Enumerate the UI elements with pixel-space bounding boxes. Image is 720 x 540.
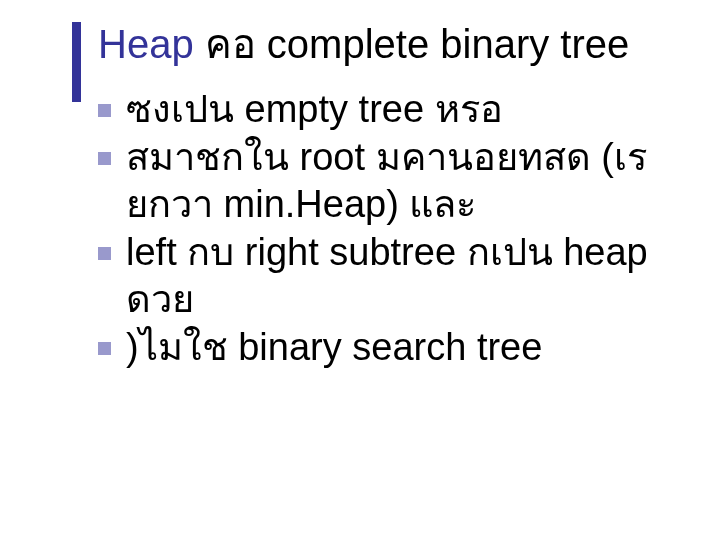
title-rest: คอ complete binary tree: [194, 22, 630, 66]
slide: Heap คอ complete binary tree ซงเปน empty…: [0, 0, 720, 540]
bullet-text: สมาชกใน root มคานอยทสด (เรยกวา min.Heap)…: [126, 136, 647, 226]
title-accent-bar: [72, 22, 81, 102]
bullet-text: left กบ right subtree กเปน heap ดวย: [126, 231, 648, 321]
title-highlight: Heap: [98, 22, 194, 66]
list-item: สมาชกใน root มคานอยทสด (เรยกวา min.Heap)…: [98, 134, 680, 229]
slide-title: Heap คอ complete binary tree: [98, 20, 680, 68]
bullet-text: ซงเปน empty tree หรอ: [126, 88, 503, 130]
bullet-list: ซงเปน empty tree หรอ สมาชกใน root มคานอย…: [98, 86, 680, 371]
bullet-text: )ไมใช binary search tree: [126, 326, 542, 368]
list-item: )ไมใช binary search tree: [98, 324, 680, 372]
list-item: left กบ right subtree กเปน heap ดวย: [98, 229, 680, 324]
list-item: ซงเปน empty tree หรอ: [98, 86, 680, 134]
